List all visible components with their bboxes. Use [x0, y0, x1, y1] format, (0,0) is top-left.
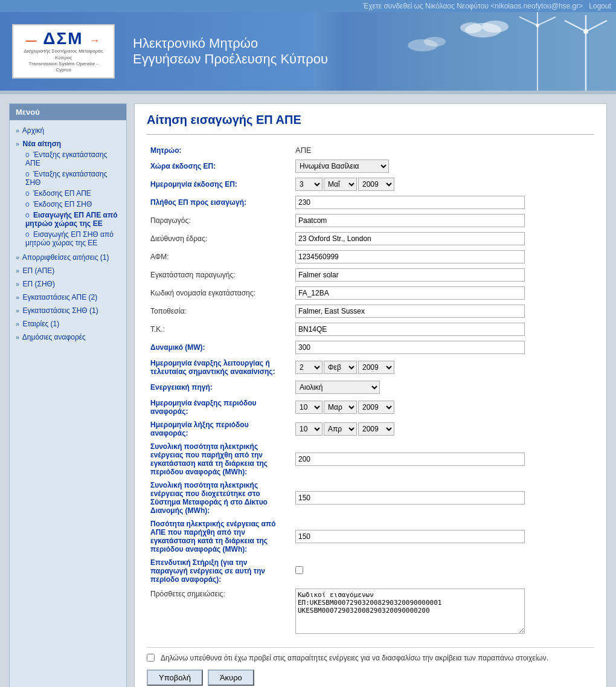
dieuthynsi-label: Διεύθυνση έδρας:: [147, 230, 292, 248]
afm-input[interactable]: [295, 250, 525, 263]
submit-button[interactable]: Υποβολή: [147, 669, 203, 686]
enarxis-month-select[interactable]: ΦεβΙανΜαρ: [324, 361, 357, 374]
topothesia-row: Τοποθεσία:: [147, 302, 594, 320]
sidebar-item-egkat-sith[interactable]: » Εγκαταστάσεις ΣΗΘ (1): [13, 305, 123, 316]
periodo-lixis-month-select[interactable]: ΑπρΙανΦεβΜαρ: [324, 422, 357, 436]
dieuthynsi-input[interactable]: [295, 232, 525, 245]
egkatastasi-input[interactable]: [295, 268, 525, 282]
periodo-lixis-day-select[interactable]: 1012: [295, 422, 322, 436]
sidebar-item-nea-aitisi[interactable]: » Νέα αίτηση: [13, 138, 123, 149]
ekdosis-day-select[interactable]: 31245: [295, 178, 322, 191]
energeiaki-select[interactable]: Αιολική Ηλιακή Υδροηλεκτρική Βιομάζα: [295, 381, 380, 394]
svg-point-12: [482, 21, 509, 33]
dieuthynsi-field: [292, 230, 594, 248]
synoliki2-row: Συνολική ποσότητα ηλεκτρικής ενέργειας π…: [147, 479, 594, 517]
tk-input[interactable]: [295, 323, 525, 336]
prosthetes-textarea[interactable]: Κωδικοί εισαγόμενων ΕΠ:UKESBM00072903200…: [295, 589, 525, 634]
periodo-enarxis-day-select[interactable]: 1012: [295, 401, 322, 414]
arxiki-link[interactable]: Αρχική: [22, 126, 44, 135]
periodo-lixis-label: Ημερομηνία λήξης περιόδου αναφοράς:: [147, 418, 292, 440]
sidebar-nav: » Αρχική » Νέα αίτηση o Ένταξης εγκατάστ…: [10, 120, 126, 347]
header-line2: Εγγυήσεων Προέλευσης Κύπρου: [133, 51, 328, 67]
date-group-periodo-enarxis: 1012 ΜαρΙανΦεβ 200920082010: [295, 401, 591, 414]
plithos-input[interactable]: [295, 196, 525, 209]
svg-point-15: [424, 37, 446, 47]
enarxis-day-select[interactable]: 213: [295, 361, 322, 374]
bullet-icon: o: [25, 230, 30, 239]
sidebar-item-dimosioi[interactable]: » Δημόσιες αναφορές: [13, 332, 123, 343]
xora-label: Χώρα έκδοσης ΕΠ:: [147, 157, 292, 175]
declaration-checkbox[interactable]: [147, 654, 155, 662]
login-info: Έχετε συνδεθεί ως Νικόλαος Νεοφύτου <nik…: [363, 2, 583, 10]
epend-field: [292, 556, 594, 586]
enarxis-year-select[interactable]: 200920082010: [358, 361, 394, 374]
date-group-enarxis: 213 ΦεβΙανΜαρ 200920082010: [295, 361, 591, 374]
paragogos-label: Παραγωγός:: [147, 211, 292, 230]
posotita-field: [292, 517, 594, 556]
sidebar-item-eisagogi-ape[interactable]: o Εισαγωγής ΕΠ ΑΠΕ από μητρώο χώρας της …: [23, 210, 123, 229]
afm-field: [292, 248, 594, 266]
sidebar-item-aporr[interactable]: » Απορριφθείσες αιτήσεις (1): [13, 252, 123, 263]
topothesia-input[interactable]: [295, 305, 525, 318]
arrow-icon: »: [16, 280, 19, 288]
mitroo-value: ΑΠΕ: [292, 143, 594, 157]
energeiaki-row: Ενεργειακή πηγή: Αιολική Ηλιακή Υδροηλεκ…: [147, 378, 594, 396]
cancel-button[interactable]: Άκυρο: [208, 669, 254, 686]
nea-aitisi-link[interactable]: Νέα αίτηση: [22, 140, 61, 148]
arrow-icon: »: [16, 307, 19, 314]
header-line1: Ηλεκτρονικό Μητρώο: [133, 36, 328, 51]
top-bar: Έχετε συνδεθεί ως Νικόλαος Νεοφύτου <nik…: [0, 0, 616, 12]
xora-select[interactable]: Ηνωμένα Βασίλεια Γερμανία Γαλλία Ισπανία…: [295, 160, 389, 173]
sidebar-item-ep-ape[interactable]: » ΕΠ (ΑΠΕ): [13, 265, 123, 276]
periodo-enarxis-year-select[interactable]: 200920082010: [358, 401, 394, 414]
periodo-enarxis-month-select[interactable]: ΜαρΙανΦεβ: [324, 401, 357, 414]
imerominia-enarxis-row: Ημερομηνία έναρξης λειτουργίας ή τελευτα…: [147, 356, 594, 378]
afm-label: ΑΦΜ:: [147, 248, 292, 266]
sidebar-item-egkat-ape[interactable]: » Εγκαταστάσεις ΑΠΕ (2): [13, 292, 123, 303]
sidebar-item-ekdosis-ep-ape[interactable]: o Έκδοσης ΕΠ ΑΠΕ: [23, 188, 123, 199]
svg-point-13: [460, 22, 482, 33]
tk-row: Τ.Κ.:: [147, 320, 594, 338]
bullet-icon: o: [25, 150, 30, 159]
arrow-icon: »: [16, 140, 19, 147]
egkatastasi-label: Εγκατάσταση παραγωγής:: [147, 266, 292, 284]
sidebar-item-eisagogi-sith[interactable]: o Εισαγωγής ΕΠ ΣΗΘ από μητρώο χώρας της …: [23, 229, 123, 248]
ekdosis-month-select[interactable]: ΜαΐΙανΦεβΜαρΑπρΙουν: [324, 178, 357, 191]
posotita-input[interactable]: [295, 530, 525, 543]
posotita-row: Ποσότητα ηλεκτρικής ενέργειας από ΑΠΕ πο…: [147, 517, 594, 556]
content: Αίτηση εισαγωγής ΕΠ ΑΠΕ Μητρώο: ΑΠΕ Χώρα…: [134, 103, 607, 687]
afm-row: ΑΦΜ:: [147, 248, 594, 266]
egkatastasi-row: Εγκατάσταση παραγωγής:: [147, 266, 594, 284]
declaration-text: Δηλώνω υπεύθυνα ότι έχω προβεί στις απαρ…: [161, 654, 548, 662]
date-group: 31245 ΜαΐΙανΦεβΜαρΑπρΙουν 20092008200720…: [295, 178, 591, 191]
logout-link[interactable]: Logout: [589, 2, 611, 10]
prosthetes-field: Κωδικοί εισαγόμενων ΕΠ:UKESBM00072903200…: [292, 586, 594, 636]
kodiki-input[interactable]: [295, 286, 525, 300]
sidebar-item-arxiki[interactable]: » Αρχική: [13, 125, 123, 136]
synoliki1-input[interactable]: [295, 453, 525, 466]
logo-box: ― ΔΣΜ → Διαχειριστής Συστήματος Μεταφορά…: [12, 24, 115, 79]
synoliki2-input[interactable]: [295, 491, 525, 505]
sidebar-item-entaxis-sith[interactable]: o Ένταξης εγκατάστασης ΣΗΘ: [23, 169, 123, 188]
dynamiko-input[interactable]: [295, 341, 525, 354]
epend-checkbox[interactable]: [295, 566, 303, 574]
arrow-icon: »: [16, 320, 19, 327]
sidebar-item-entaxis-ape[interactable]: o Ένταξης εγκατάστασης ΑΠΕ: [23, 149, 123, 169]
arrow-icon: »: [16, 127, 19, 134]
wind-turbine-decoration: [314, 12, 616, 91]
sidebar-item-etairies[interactable]: » Εταιρίες (1): [13, 318, 123, 329]
form-table: Μητρώο: ΑΠΕ Χώρα έκδοσης ΕΠ: Ηνωμένα Βασ…: [147, 143, 594, 636]
arrow-icon: »: [16, 267, 19, 274]
paragogos-input[interactable]: [295, 214, 525, 227]
bullet-icon: o: [25, 200, 30, 208]
imerominia-enarxis-label: Ημερομηνία έναρξης λειτουργίας ή τελευτα…: [147, 356, 292, 378]
sidebar-item-ekdosis-ep-sith[interactable]: o Έκδοσης ΕΠ ΣΗΘ: [23, 199, 123, 210]
ekdosis-year-select[interactable]: 2009200820072010: [358, 178, 394, 191]
arrow-icon: »: [16, 254, 19, 261]
synoliki2-field: [292, 479, 594, 517]
periodo-lixis-year-select[interactable]: 200920082010: [358, 422, 394, 436]
sidebar-item-ep-sith[interactable]: » ΕΠ (ΣΗΘ): [13, 279, 123, 289]
bullet-icon: o: [25, 211, 30, 219]
kodiki-label: Κωδική ονομασία εγκατάστασης:: [147, 284, 292, 302]
arrow-icon: »: [16, 294, 19, 301]
